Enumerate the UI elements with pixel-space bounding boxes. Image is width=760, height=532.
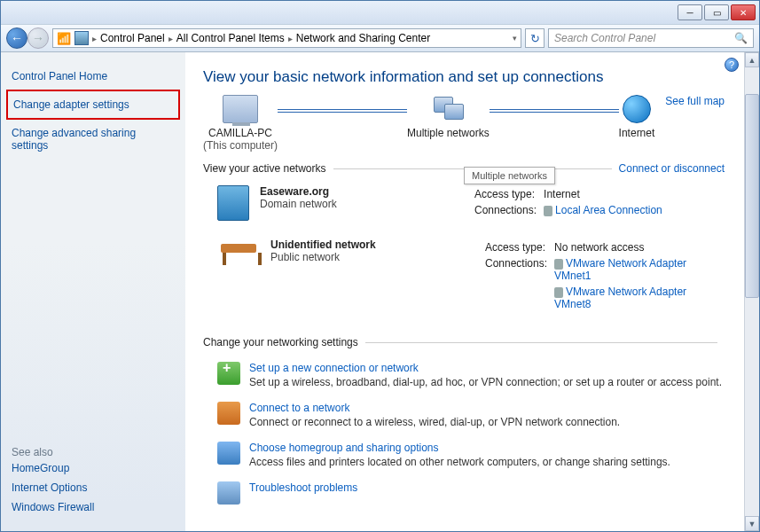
- network-type: Public network: [270, 251, 483, 263]
- minimize-button[interactable]: ─: [678, 4, 702, 20]
- node-sublabel: (This computer): [203, 139, 278, 152]
- nic-icon: [554, 259, 563, 270]
- map-nodes: CAMILLA-PC (This computer) Multiple netw…: [203, 95, 654, 152]
- setting-desc: Connect or reconnect to a wireless, wire…: [249, 416, 620, 428]
- network-info: Easeware.org Domain network: [260, 185, 473, 210]
- address-bar[interactable]: 📶 ▸ Control Panel ▸ All Control Panel It…: [52, 28, 521, 48]
- breadcrumb-all-items[interactable]: All Control Panel Items: [176, 32, 285, 44]
- scroll-track[interactable]: [745, 298, 759, 516]
- breadcrumb-control-panel[interactable]: Control Panel: [100, 32, 165, 44]
- nic-icon: [554, 287, 563, 298]
- globe-icon: [623, 95, 651, 123]
- close-button[interactable]: ✕: [731, 4, 756, 20]
- network-map: CAMILLA-PC (This computer) Multiple netw…: [203, 95, 725, 152]
- highlighted-link-box: Change adapter settings: [6, 90, 180, 120]
- sidebar-internet-options-link[interactable]: Internet Options: [12, 478, 175, 497]
- new-connection-icon: [217, 362, 240, 385]
- see-also-label: See also: [12, 437, 175, 458]
- titlebar: ─ ▭ ✕: [1, 1, 759, 24]
- breadcrumb-network-center[interactable]: Network and Sharing Center: [296, 32, 430, 44]
- tooltip: Multiple networks: [464, 167, 555, 184]
- access-type-label: Access type:: [474, 187, 542, 201]
- access-type-value: Internet: [544, 187, 668, 201]
- node-label: Multiple networks: [407, 127, 490, 139]
- address-dropdown-icon[interactable]: ▾: [513, 34, 517, 43]
- section-label: Change your networking settings: [203, 336, 358, 348]
- connections-label: Connections:: [474, 203, 542, 217]
- help-icon[interactable]: ?: [725, 58, 739, 72]
- setting-desc: Access files and printers located on oth…: [249, 456, 670, 468]
- setting-link[interactable]: Set up a new connection or network: [249, 362, 722, 374]
- navigation-toolbar: ← → 📶 ▸ Control Panel ▸ All Control Pane…: [1, 24, 759, 52]
- node-label: CAMILLA-PC: [203, 127, 278, 139]
- maximize-button[interactable]: ▭: [704, 4, 729, 20]
- map-node-computer[interactable]: CAMILLA-PC (This computer): [203, 95, 278, 152]
- scroll-thumb[interactable]: [745, 94, 759, 298]
- scroll-up-button[interactable]: ▲: [745, 52, 759, 67]
- nav-buttons: ← →: [6, 27, 49, 49]
- troubleshoot-icon: [217, 481, 240, 505]
- connection-link[interactable]: VMware Network Adapter VMnet8: [554, 286, 686, 310]
- node-label: Internet: [619, 127, 655, 139]
- map-connector: [278, 109, 407, 113]
- setting-link[interactable]: Connect to a network: [249, 402, 620, 414]
- access-type-label: Access type:: [485, 240, 552, 254]
- signal-icon: 📶: [57, 32, 71, 45]
- connection-link[interactable]: Local Area Connection: [555, 204, 662, 216]
- map-node-multi[interactable]: Multiple networks: [407, 95, 490, 139]
- connections-label: Connections:: [485, 256, 552, 283]
- setting-link[interactable]: Choose homegroup and sharing options: [249, 442, 670, 454]
- connect-disconnect-link[interactable]: Connect or disconnect: [619, 162, 725, 175]
- homegroup-sharing-icon: [217, 442, 240, 465]
- network-info: Unidentified network Public network: [270, 239, 483, 263]
- network-name: Easeware.org: [260, 185, 473, 198]
- client-area: Control Panel Home Change adapter settin…: [1, 52, 759, 531]
- search-icon: 🔍: [734, 32, 748, 44]
- domain-network-icon: [217, 185, 249, 221]
- access-type-value: No network access: [554, 240, 723, 254]
- search-placeholder: Search Control Panel: [554, 32, 655, 44]
- sidebar-advanced-sharing-link[interactable]: Change advanced sharing settings: [12, 123, 175, 155]
- network-name: Unidentified network: [270, 239, 483, 251]
- connection-link[interactable]: VMware Network Adapter VMnet1: [554, 257, 686, 282]
- network-row: Easeware.org Domain network Access type:…: [203, 180, 725, 233]
- see-full-map-link[interactable]: See full map: [654, 95, 725, 107]
- setting-item: Connect to a network Connect or reconnec…: [203, 397, 725, 437]
- setting-item: Set up a new connection or network Set u…: [203, 357, 725, 397]
- map-node-internet[interactable]: Internet: [619, 95, 655, 139]
- multi-network-icon: [430, 95, 466, 123]
- search-input[interactable]: Search Control Panel 🔍: [548, 28, 754, 48]
- setting-desc: Set up a wireless, broadband, dial-up, a…: [249, 376, 722, 388]
- settings-list: Set up a new connection or network Set u…: [203, 357, 725, 513]
- breadcrumb-sep: ▸: [92, 34, 97, 43]
- forward-button[interactable]: →: [27, 27, 49, 49]
- network-row: Unidentified network Public network Acce…: [203, 233, 725, 325]
- nic-icon: [544, 206, 552, 216]
- breadcrumb-sep: ▸: [288, 34, 293, 43]
- refresh-button[interactable]: ↻: [525, 28, 545, 48]
- network-details: Access type: Internet Connections: Local…: [473, 185, 725, 219]
- page-title: View your basic network information and …: [203, 68, 725, 86]
- main-content: ? View your basic network information an…: [185, 52, 744, 531]
- section-label: View your active networks: [203, 162, 326, 175]
- sidebar-firewall-link[interactable]: Windows Firewall: [12, 497, 175, 517]
- public-network-icon: [217, 239, 260, 274]
- setting-item: Troubleshoot problems: [203, 477, 725, 513]
- change-settings-header: Change your networking settings: [203, 336, 725, 348]
- sidebar-home-link[interactable]: Control Panel Home: [12, 66, 175, 86]
- section-divider: [365, 342, 717, 343]
- sidebar-change-adapter-link[interactable]: Change adapter settings: [13, 95, 173, 114]
- sidebar-homegroup-link[interactable]: HomeGroup: [12, 458, 175, 478]
- computer-icon: [223, 95, 258, 123]
- connect-network-icon: [217, 402, 240, 425]
- control-panel-icon: [74, 31, 89, 45]
- scroll-down-button[interactable]: ▼: [745, 516, 759, 531]
- network-type: Domain network: [260, 198, 473, 210]
- window: ─ ▭ ✕ ← → 📶 ▸ Control Panel ▸ All Contro…: [0, 0, 760, 532]
- network-details: Access type: No network access Connectio…: [483, 239, 725, 313]
- back-button[interactable]: ←: [6, 27, 27, 49]
- breadcrumb-sep: ▸: [168, 34, 173, 43]
- sidebar: Control Panel Home Change adapter settin…: [1, 52, 185, 531]
- setting-link[interactable]: Troubleshoot problems: [249, 481, 357, 494]
- vertical-scrollbar[interactable]: ▲ ▼: [744, 52, 759, 531]
